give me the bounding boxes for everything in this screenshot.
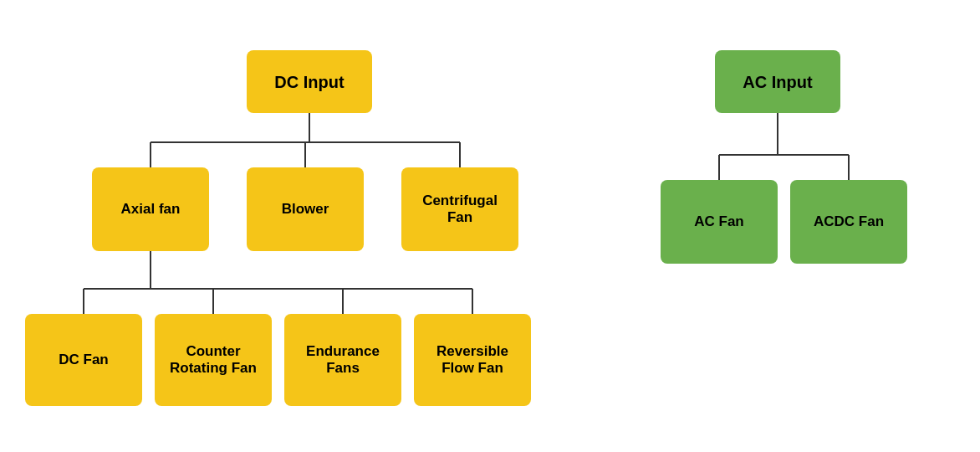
blower-label: Blower xyxy=(282,201,329,218)
node-centrifugal-fan: Centrifugal Fan xyxy=(401,167,518,251)
node-acdc-fan: ACDC Fan xyxy=(790,180,907,264)
axial-fan-label: Axial fan xyxy=(121,201,181,218)
counter-rotating-fan-label: Counter Rotating Fan xyxy=(163,343,263,378)
node-reversible-flow-fan: Reversible Flow Fan xyxy=(414,314,531,406)
node-ac-input: AC Input xyxy=(715,50,840,113)
dc-input-label: DC Input xyxy=(274,72,344,92)
node-counter-rotating-fan: Counter Rotating Fan xyxy=(155,314,272,406)
node-dc-fan: DC Fan xyxy=(25,314,142,406)
endurance-fans-label: Endurance Fans xyxy=(293,343,393,378)
node-blower: Blower xyxy=(247,167,364,251)
node-ac-fan: AC Fan xyxy=(661,180,778,264)
node-dc-input: DC Input xyxy=(247,50,372,113)
dc-fan-label: DC Fan xyxy=(59,352,109,368)
ac-tree: AC Input AC Fan ACDC Fan xyxy=(652,25,903,276)
acdc-fan-label: ACDC Fan xyxy=(814,213,884,230)
centrifugal-fan-label: Centrifugal Fan xyxy=(410,193,510,227)
ac-input-label: AC Input xyxy=(743,72,812,92)
dc-tree: DC Input Axial fan Blower Centrifugal Fa… xyxy=(17,25,602,427)
reversible-flow-fan-label: Reversible Flow Fan xyxy=(422,343,523,378)
ac-fan-label: AC Fan xyxy=(694,213,744,230)
diagram-container: DC Input Axial fan Blower Centrifugal Fa… xyxy=(0,0,980,452)
node-endurance-fans: Endurance Fans xyxy=(284,314,401,406)
node-axial-fan: Axial fan xyxy=(92,167,209,251)
